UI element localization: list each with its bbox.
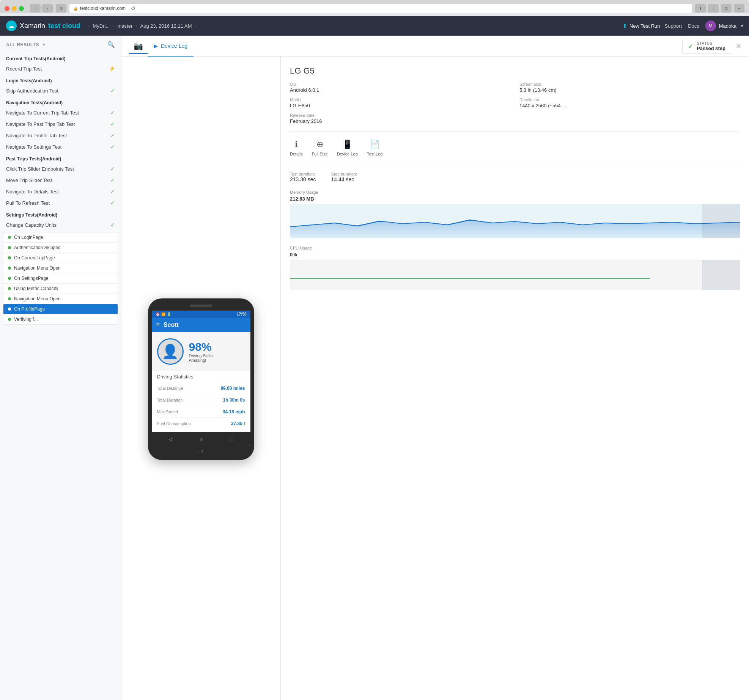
sidebar-item-current-trip-tab[interactable]: Navigate To Current Trip Tab Test ✓: [0, 107, 121, 118]
step-settings-page[interactable]: On SettingsPage: [3, 273, 118, 284]
phone-bottom-nav: ◁ ○ □: [152, 432, 250, 446]
brand-logo: ☁ Xamarin test cloud: [6, 20, 80, 31]
cpu-chart-label: CPU Usage: [290, 246, 740, 250]
chevron-down-icon: ▾: [741, 24, 743, 28]
status-icons: ⏰ 📶 🔋: [156, 312, 171, 316]
breadcrumb-date[interactable]: Aug 23, 2016 12:11 AM: [140, 23, 192, 29]
terminal-icon: ▶: [154, 43, 158, 49]
step-auth-skipped[interactable]: Authentication Skipped: [3, 243, 118, 253]
step-dot: [8, 246, 11, 249]
hamburger-icon: ≡: [156, 322, 160, 328]
status-badge: ✓ STATUS Passed step: [682, 39, 731, 54]
stat-distance: Total Distance 99.00 miles: [157, 383, 245, 394]
sidebar-item-details[interactable]: Navigate To Details Test ✓: [0, 186, 121, 197]
step-on-profilepage[interactable]: On ProfilePage: [3, 304, 118, 314]
group-past-trips: Past Trips Tests(Android): [0, 152, 121, 163]
detail-header: 📷 ▶ Device Log ✓ STATUS Passed step ✕: [121, 36, 749, 57]
info-panel: LG G5 OS Android 6.0.1 Screen size 5.3 i…: [281, 57, 749, 700]
main-layout: ALL RESULTS ▾ 🔍 Current Trip Tests(Andro…: [0, 36, 749, 700]
checkmark-icon: ✓: [110, 166, 115, 172]
sidebar-item-move-slider[interactable]: Move Trip Slider Test ✓: [0, 174, 121, 186]
recents-icon: □: [230, 436, 233, 442]
back-button[interactable]: ‹: [30, 4, 41, 13]
action-fullsize[interactable]: ⊕ Full Size: [312, 140, 328, 156]
action-details[interactable]: ℹ Details: [290, 140, 303, 156]
docs-link[interactable]: Docs: [688, 23, 699, 29]
maximize-button[interactable]: [19, 6, 24, 11]
step-duration: Step duration: 14.44 sec: [331, 172, 357, 182]
sidebar-item-capacity-units[interactable]: Change Capacity Units ✓: [0, 219, 121, 231]
sidebar-item-pull-refresh[interactable]: Pull To Refresh Test ✓: [0, 197, 121, 209]
minimize-button[interactable]: [12, 6, 17, 11]
url-text: testcloud.xamarin.com: [80, 6, 126, 11]
top-navigation: ☁ Xamarin test cloud › MyDri... › master…: [0, 16, 749, 36]
window-button[interactable]: ⊟: [56, 4, 66, 13]
breadcrumb-app[interactable]: MyDri...: [93, 23, 110, 29]
sidebar-item-slider-endpoints[interactable]: Click Trip Slider Endpoints Test ✓: [0, 163, 121, 174]
phone-panel: ⏰ 📶 🔋 17:56 ≡ Scott 👤: [121, 57, 281, 700]
memory-chart-label: Memory Usage: [290, 190, 740, 195]
step-on-loginpage[interactable]: On LoginPage: [3, 232, 118, 243]
test-duration: Test duration: 213.30 sec: [290, 172, 316, 182]
content-area: 📷 ▶ Device Log ✓ STATUS Passed step ✕: [121, 36, 749, 700]
sidebar-item-skip-auth[interactable]: Skip Authentication Test ✓: [0, 85, 121, 96]
download-button[interactable]: ⬇: [695, 4, 706, 13]
avatar: M: [705, 20, 716, 31]
checkmark-icon: ✓: [110, 144, 115, 150]
cpu-chart: [290, 260, 740, 290]
phone-time: 17:56: [237, 312, 247, 316]
spec-os: OS Android 6.0.1: [290, 82, 510, 93]
sidebar-item-settings[interactable]: Navigate To Settings Test ✓: [0, 141, 121, 152]
detail-content: ⏰ 📶 🔋 17:56 ≡ Scott 👤: [121, 57, 749, 700]
sidebar-item-profile-tab[interactable]: Navigate To Profile Tab Test ✓: [0, 130, 121, 141]
nav-links: Support Docs: [665, 23, 699, 29]
phone-device: ⏰ 📶 🔋 17:56 ≡ Scott 👤: [148, 298, 254, 460]
step-current-trip-page[interactable]: On CurrentTripPage: [3, 253, 118, 263]
search-icon[interactable]: 🔍: [107, 41, 115, 48]
sidebar-item-past-trips-tab[interactable]: Navigate To Past Trips Tab Test ✓: [0, 118, 121, 130]
phone-screen: ⏰ 📶 🔋 17:56 ≡ Scott 👤: [152, 311, 250, 446]
refresh-button[interactable]: ↺: [131, 5, 135, 11]
memory-chart-value: 212.63 MB: [290, 196, 740, 202]
user-menu[interactable]: M Madoka ▾: [705, 20, 743, 31]
step-dot: [8, 318, 11, 321]
step-verifying[interactable]: Verifying f...: [3, 314, 118, 324]
close-button[interactable]: [5, 6, 9, 11]
add-tab-button[interactable]: +: [734, 4, 744, 13]
url-bar[interactable]: 🔒 testcloud.xamarin.com ↺: [69, 4, 692, 13]
step-nav-menu-open-2[interactable]: Navigation Menu Open: [3, 294, 118, 304]
group-login-tests: Login Tests(Android): [0, 74, 121, 85]
breadcrumb-branch[interactable]: master: [118, 23, 133, 29]
sidebar-header: ALL RESULTS ▾ 🔍: [0, 36, 121, 52]
support-link[interactable]: Support: [665, 23, 682, 29]
tab-screenshot[interactable]: 📷: [129, 39, 148, 54]
action-test-log[interactable]: 📄 Test Log: [367, 140, 383, 156]
check-icon: ✓: [688, 42, 694, 50]
step-dot: [8, 236, 11, 239]
checkmark-icon: ✓: [110, 121, 115, 127]
step-dot: [8, 267, 11, 270]
step-nav-menu-open[interactable]: Navigation Menu Open: [3, 263, 118, 273]
brand-product: test cloud: [48, 22, 80, 30]
forward-button[interactable]: ›: [42, 4, 53, 13]
checkmark-icon: ✓: [110, 132, 115, 138]
upload-icon: ⬆: [622, 22, 627, 30]
share-button[interactable]: ↑: [708, 4, 719, 13]
phone-speaker: [190, 304, 212, 307]
zoom-icon: ⊕: [316, 140, 323, 149]
traffic-lights: [5, 6, 24, 11]
new-test-run-button[interactable]: ⬆ New Test Run: [618, 20, 665, 32]
close-icon[interactable]: ✕: [736, 42, 741, 50]
all-results-label[interactable]: ALL RESULTS ▾: [6, 42, 45, 47]
memory-chart: [290, 204, 740, 238]
step-metric-capacity[interactable]: Using Metric Capacity: [3, 284, 118, 294]
phone-header: ≡ Scott: [152, 318, 250, 332]
chevron-down-icon: ▾: [43, 42, 45, 47]
phone-status-bar: ⏰ 📶 🔋 17:56: [152, 311, 250, 318]
sidebar-item-record-trip[interactable]: Record Trip Test ⚡: [0, 63, 121, 74]
lightning-icon: ⚡: [109, 66, 115, 72]
memory-chart-section: Memory Usage 212.63 MB: [290, 190, 740, 238]
tab-devicelog[interactable]: ▶ Device Log: [148, 36, 194, 57]
action-device-log[interactable]: 📱 Device Log: [337, 140, 358, 156]
tabs-button[interactable]: ⧉: [721, 4, 732, 13]
